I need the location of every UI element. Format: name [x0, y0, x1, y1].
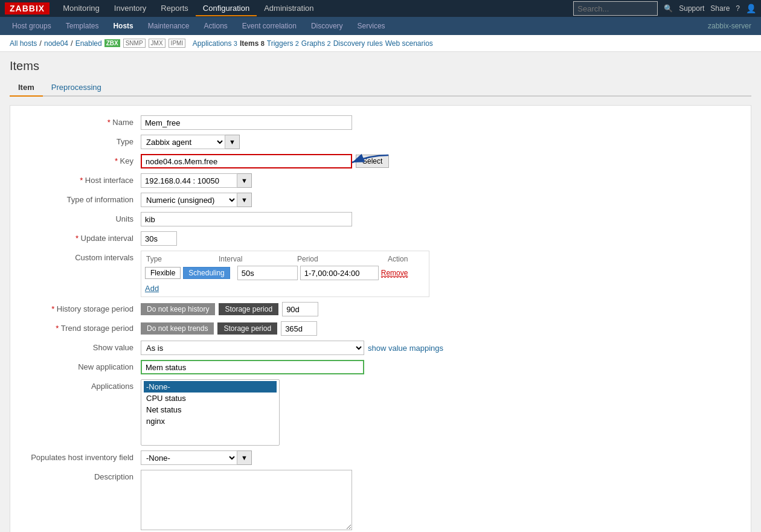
type-dropdown-btn[interactable]: ▼ [225, 135, 240, 149]
help-icon[interactable]: ? [736, 4, 740, 13]
share-link[interactable]: Share [710, 4, 730, 13]
user-icon[interactable]: 👤 [746, 4, 756, 13]
breadcrumb-node04[interactable]: node04 [44, 39, 68, 48]
key-input[interactable] [141, 154, 352, 168]
applications-listbox[interactable]: -None- CPU status Net status nginx [141, 379, 280, 446]
tab-preprocessing[interactable]: Preprocessing [43, 79, 110, 97]
trend-storage-options: Do not keep trends Storage period [141, 321, 317, 336]
ci-interval-header: Interval [219, 255, 297, 263]
history-storage-label: History storage period [20, 302, 141, 313]
nav-reports[interactable]: Reports [153, 1, 196, 16]
trend-value-input[interactable] [281, 321, 317, 336]
type-of-info-control: Numeric (unsigned) Numeric (float) Chara… [141, 193, 741, 207]
nav-host-groups[interactable]: Host groups [5, 19, 59, 33]
key-control: Select [141, 154, 741, 168]
populates-select[interactable]: -None- [141, 450, 237, 465]
new-application-input[interactable] [141, 360, 364, 374]
search-icon[interactable]: 🔍 [664, 4, 673, 13]
ci-period-header: Period [297, 255, 388, 263]
ci-header: Type Interval Period Action [145, 255, 425, 263]
type-of-info-label: Type of information [20, 193, 141, 204]
add-ci-btn[interactable]: Add [145, 284, 159, 293]
top-navigation: ZABBIX Monitoring Inventory Reports Conf… [0, 0, 761, 17]
show-value-select[interactable]: As is [141, 341, 364, 355]
select-button[interactable]: Select [356, 155, 389, 168]
nav-triggers[interactable]: Triggers 2 [267, 39, 299, 48]
key-row: Key Select [20, 154, 741, 168]
host-interface-wrapper: ▼ [141, 173, 252, 188]
host-interface-dropdown[interactable]: ▼ [237, 173, 252, 188]
units-label: Units [20, 212, 141, 223]
update-interval-row: Update interval [20, 231, 741, 246]
populates-select-wrapper: -None- ▼ [141, 450, 252, 465]
breadcrumb-sep2: / [71, 39, 73, 48]
zabbix-logo: ZABBIX [5, 2, 50, 14]
ipmi-badge: IPMI [169, 39, 186, 48]
history-storage-control: Do not keep history Storage period [141, 302, 741, 316]
name-input[interactable] [141, 115, 352, 130]
units-control [141, 212, 741, 226]
history-value-input[interactable] [282, 302, 318, 316]
ci-add-row: Add [145, 284, 425, 293]
global-search-input[interactable] [573, 1, 658, 16]
nav-actions[interactable]: Actions [196, 19, 234, 33]
history-no-keep-btn[interactable]: Do not keep history [141, 303, 215, 315]
description-label: Description [20, 470, 141, 481]
nav-administration[interactable]: Administration [257, 1, 321, 16]
populates-dropdown-btn[interactable]: ▼ [237, 450, 252, 465]
applications-label: Applications [20, 379, 141, 391]
flexible-btn[interactable]: Flexible [145, 267, 181, 279]
nav-web-scenarios[interactable]: Web scenarios [385, 39, 433, 48]
nav-graphs[interactable]: Graphs 2 [301, 39, 331, 48]
history-storage-row: History storage period Do not keep histo… [20, 302, 741, 316]
nav-configuration[interactable]: Configuration [196, 1, 257, 16]
breadcrumb-all-hosts[interactable]: All hosts [10, 39, 37, 48]
trend-no-keep-btn[interactable]: Do not keep trends [141, 322, 214, 335]
support-link[interactable]: Support [679, 4, 704, 13]
nav-discovery[interactable]: Discovery [304, 19, 350, 33]
breadcrumb-enabled[interactable]: Enabled [75, 39, 102, 48]
item-form: Name Type Zabbix agent ▼ Key Sele [10, 105, 751, 532]
custom-intervals-row: Custom intervals Type Interval Period Ac… [20, 251, 741, 297]
update-interval-control [141, 231, 741, 246]
tab-item[interactable]: Item [10, 79, 43, 97]
nav-services[interactable]: Services [350, 19, 393, 33]
nav-monitoring[interactable]: Monitoring [56, 1, 107, 16]
units-input[interactable] [141, 212, 352, 226]
nav-applications[interactable]: Applications 3 [193, 39, 237, 48]
update-interval-input[interactable] [141, 231, 177, 246]
nav-inventory[interactable]: Inventory [107, 1, 153, 16]
history-storage-period-btn[interactable]: Storage period [219, 303, 278, 315]
trend-storage-period-btn[interactable]: Storage period [217, 322, 277, 335]
new-application-row: New application [20, 360, 741, 374]
ci-action-header: Action [388, 255, 424, 263]
type-select[interactable]: Zabbix agent [141, 135, 225, 149]
name-control [141, 115, 741, 130]
remove-ci-btn[interactable]: Remove [381, 269, 408, 278]
name-row: Name [20, 115, 741, 130]
nav-templates[interactable]: Templates [59, 19, 106, 33]
info-type-dropdown[interactable]: ▼ [237, 193, 252, 207]
description-textarea[interactable] [141, 470, 352, 530]
ci-interval-input[interactable] [237, 266, 298, 280]
ci-period-input[interactable] [300, 266, 379, 280]
second-navigation: Host groups Templates Hosts Maintenance … [0, 17, 761, 35]
description-control [141, 470, 741, 530]
nav-items[interactable]: Items 8 [240, 39, 265, 48]
zbx-badge: ZBX [104, 39, 120, 47]
host-interface-input[interactable] [141, 173, 237, 188]
type-control: Zabbix agent ▼ [141, 135, 741, 149]
breadcrumb: All hosts / node04 / Enabled ZBX SNMP JM… [10, 39, 751, 48]
show-value-label: Show value [20, 341, 141, 352]
nav-event-correlation[interactable]: Event correlation [235, 19, 304, 33]
trend-storage-control: Do not keep trends Storage period [141, 321, 741, 336]
scheduling-btn[interactable]: Scheduling [183, 267, 230, 279]
info-type-select[interactable]: Numeric (unsigned) Numeric (float) Chara… [141, 193, 237, 207]
show-value-mappings-link[interactable]: show value mappings [368, 344, 443, 353]
populates-row: Populates host inventory field -None- ▼ [20, 450, 741, 465]
nav-discovery-rules[interactable]: Discovery rules [333, 39, 383, 48]
custom-intervals-table: Type Interval Period Action Flexible Sch… [141, 251, 429, 297]
nav-maintenance[interactable]: Maintenance [141, 19, 197, 33]
populates-control: -None- ▼ [141, 450, 741, 465]
nav-hosts[interactable]: Hosts [106, 19, 140, 33]
